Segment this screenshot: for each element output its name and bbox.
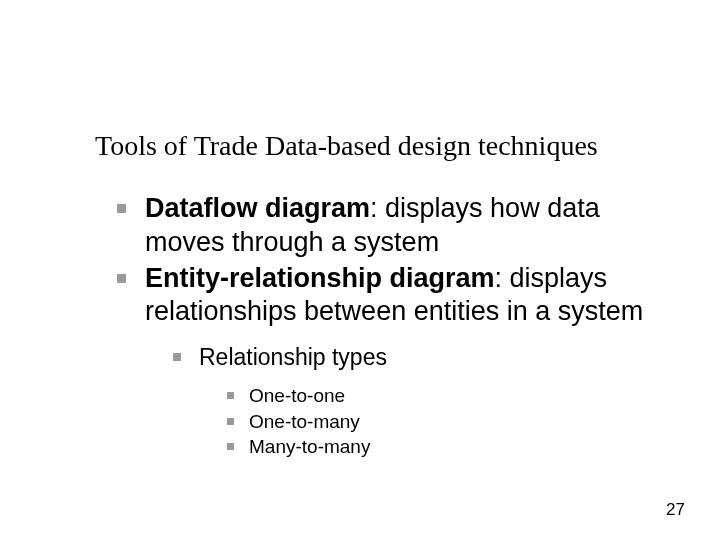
bullet-square-icon xyxy=(227,418,234,425)
list-item: Dataflow diagram: displays how data move… xyxy=(117,192,665,260)
bullet-square-icon xyxy=(117,204,126,213)
bullet-square-icon xyxy=(227,443,234,450)
bullet-list-level2: Relationship types One-to-one One-to-man… xyxy=(173,343,665,460)
list-item: One-to-many xyxy=(227,410,665,435)
type-many-to-many: Many-to-many xyxy=(249,436,370,457)
slide: Tools of Trade Data-based design techniq… xyxy=(0,0,720,540)
type-one-to-one: One-to-one xyxy=(249,385,345,406)
term-erd: Entity-relationship diagram xyxy=(145,263,495,293)
subheading-relationship-types: Relationship types xyxy=(199,344,387,370)
type-one-to-many: One-to-many xyxy=(249,411,360,432)
list-item: Entity-relationship diagram: displays re… xyxy=(117,262,665,460)
list-item: One-to-one xyxy=(227,384,665,409)
slide-title: Tools of Trade Data-based design techniq… xyxy=(95,130,665,162)
term-dataflow: Dataflow diagram xyxy=(145,193,370,223)
bullet-square-icon xyxy=(227,392,234,399)
bullet-list-level1: Dataflow diagram: displays how data move… xyxy=(117,192,665,460)
bullet-square-icon xyxy=(117,274,126,283)
list-item: Many-to-many xyxy=(227,435,665,460)
page-number: 27 xyxy=(666,500,685,520)
list-item: Relationship types One-to-one One-to-man… xyxy=(173,343,665,460)
bullet-list-level3: One-to-one One-to-many Many-to-many xyxy=(227,384,665,460)
bullet-square-icon xyxy=(173,353,181,361)
